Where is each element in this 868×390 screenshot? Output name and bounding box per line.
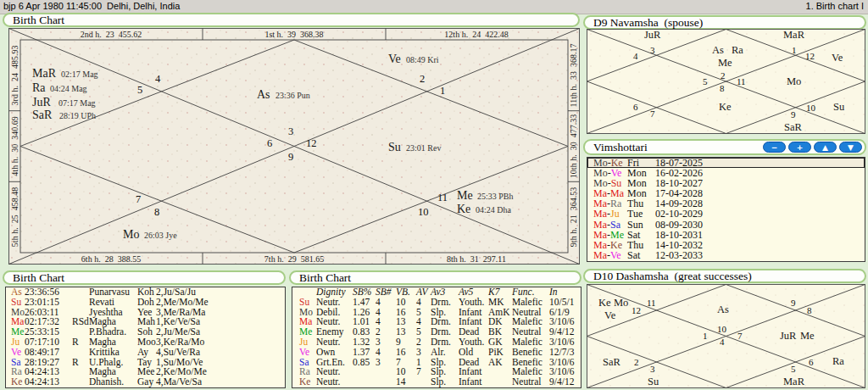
edge-label: 11th h. 33 368.17	[569, 44, 578, 108]
house-number: 8	[720, 83, 725, 93]
planet-abbr: SaR	[603, 356, 621, 368]
planet-degree: 08:49 Kri	[406, 55, 439, 64]
edge-label: 4th h. 30 340.69	[10, 116, 19, 176]
planet-degree: 04:24 Mag	[50, 84, 87, 93]
planet-degree: 26:03 Jye	[144, 231, 177, 240]
planet-abbr: Ra	[832, 355, 844, 367]
planet-abbr: Ra	[32, 81, 46, 94]
nakshatra-panel-title: Birth Chart	[3, 270, 286, 285]
d9-chart-svg: JuR As Ra Me MaR Ve Mo Ke Su SaR 3 4 2 1…	[587, 29, 865, 134]
dasha-scroll-up-button[interactable]: ▲	[814, 142, 837, 153]
window-title-text: 1. Birth chart I	[806, 0, 864, 13]
panel-title-text: Birth Chart	[13, 14, 64, 25]
panel-title-text: Birth Chart	[13, 272, 64, 283]
table-row: Su23:01:15RevatiDoh2,Me/Mo/Me	[6, 298, 285, 308]
planet-abbr: MaR	[783, 29, 805, 41]
panel-title-text: Birth Chart	[299, 272, 351, 283]
house-number: 5	[791, 364, 796, 374]
planet-abbr: JuR	[780, 330, 797, 342]
house-number: 12	[805, 51, 815, 61]
table-row: Ju07:17:10RMaghaMoo3,Ke/Ra/Mo	[6, 337, 285, 348]
planet-abbr: Mo	[787, 75, 801, 87]
planet-abbr: Me	[457, 189, 473, 202]
house-number: 8	[807, 305, 812, 315]
edge-label: 12th h. 24 422.48	[444, 30, 508, 39]
house-number: 9	[288, 151, 293, 163]
ascendant-abbr: As	[712, 44, 724, 56]
nakshatra-table: As23:36:56PunarvasuKoh2,Ju/Sa/JuSu23:01:…	[5, 287, 286, 388]
house-number: 2	[634, 357, 639, 367]
house-number: 9	[791, 298, 796, 308]
edge-label: 1st h. 39 368.38	[264, 30, 323, 39]
table-row: Ke04:24:13Dhanish.Gay4,Ma/Ve/Sa	[6, 377, 285, 387]
planet-degree: 23:01 Rev	[406, 143, 441, 153]
house-number: 11	[437, 192, 448, 203]
table-row: Ve08:49:17KrittikaAy4,Su/Ve/Ra	[6, 348, 285, 358]
planet-degree: 07:17 Mag	[58, 98, 96, 108]
house-number: 7	[650, 109, 655, 119]
table-row: SuNeutr.1.474104Drm.Youth.MKMalefic10/5/…	[292, 298, 581, 308]
planet-abbr: Ve	[604, 309, 616, 321]
house-number: 7	[737, 331, 743, 341]
house-number: 1	[703, 331, 708, 341]
dasha-level-increase-button[interactable]: +	[788, 142, 811, 153]
table-row: KeNeutr.14Slp.InfantNeutral9/4/12	[292, 377, 581, 387]
planet-abbr: MaR	[32, 67, 57, 80]
house-number: 10	[806, 103, 816, 113]
planet-abbr: Ve	[832, 52, 843, 64]
planet-abbr: Mo	[614, 297, 628, 309]
house-number: 3	[650, 364, 655, 374]
planet-abbr: Su	[648, 376, 659, 387]
birth-chart-panel-title: Birth Chart	[3, 13, 580, 27]
house-number: 1	[440, 85, 445, 97]
dasha-level-decrease-button[interactable]: −	[763, 142, 786, 153]
edge-label: 7th h. 29 581.65	[264, 254, 324, 264]
edge-label: 3rd h. 24 485.93	[10, 46, 19, 106]
edge-label: 9th h. 21 364.53	[569, 187, 578, 247]
house-number: 2	[420, 73, 425, 85]
planet-abbr: Ra	[732, 44, 743, 56]
planet-abbr: Su	[833, 101, 845, 113]
house-number: 3	[650, 45, 655, 55]
house-number: 5	[137, 84, 142, 96]
panel-title-text: Vimshottari	[593, 142, 648, 153]
ascendant-abbr: As	[717, 304, 729, 315]
house-number: 12	[306, 137, 317, 149]
d10-chart-svg: Ke Mo Ve As JuR Me SaR Su Ra MaR 12 11 9…	[587, 284, 865, 388]
house-number: 10	[418, 206, 429, 218]
dasha-row[interactable]: Ma-VeSat12-03-2033	[587, 250, 865, 260]
edge-label: 5th h. 25 458.48	[10, 187, 19, 247]
planet-abbr: Me	[800, 330, 815, 342]
house-number: 5	[703, 76, 708, 86]
planet-abbr: Ke	[719, 101, 732, 113]
panel-title-text: D9 Navamsha (spouse)	[593, 17, 703, 28]
house-number: 7	[136, 193, 141, 205]
dasha-scroll-down-button[interactable]: ▼	[839, 142, 862, 153]
planet-abbr: Ke	[457, 203, 470, 215]
planet-degree: 28:19 UPh	[59, 111, 96, 120]
table-row: JuNeutr.1.32392Drm.Youth.GKMalefic3/10/6	[292, 337, 581, 348]
edge-label: 8th h. 31 297.11	[447, 254, 506, 264]
planet-abbr: MaR	[783, 376, 805, 387]
birth-data-text: bjp 6 Apr 1980 11:45:00 Delhi, Delhi, In…	[3, 0, 180, 13]
dasha-toolbar: − + ▲ ▼	[760, 142, 862, 153]
planet-abbr: SaR	[32, 109, 53, 121]
edge-label: 6th h. 28 388.55	[81, 254, 141, 264]
panel-title-text: D10 Dashamsha (great successes)	[593, 270, 752, 281]
planet-abbr: JuR	[32, 96, 51, 109]
dasha-row[interactable]: Ma-SaSun08-09-2030	[587, 220, 865, 230]
dignity-panel-title: Birth Chart	[289, 270, 581, 285]
table-row: VeOwn1.374163Alr.OldPiKBenefic12/7/3	[292, 348, 581, 358]
planet-abbr: Mo	[123, 228, 139, 241]
house-number: 1	[792, 45, 797, 55]
house-number: 4	[720, 337, 725, 347]
planet-abbr: JuR	[644, 29, 661, 41]
dignity-table: DignitySB%SB#VB.AVAv3Av5K7Func.InSuNeutr…	[292, 287, 581, 388]
dasha-row[interactable]: Ma-JuTue02-10-2029	[587, 209, 865, 219]
planet-abbr: Ve	[388, 53, 401, 65]
vimshottari-panel-title: Vimshottari − + ▲ ▼	[583, 139, 866, 155]
planet-abbr: Me	[718, 57, 732, 69]
house-number: 4	[633, 51, 638, 61]
dasha-row[interactable]: Ma-MeSat18-10-2031	[587, 230, 865, 240]
house-number: 8	[154, 206, 159, 218]
